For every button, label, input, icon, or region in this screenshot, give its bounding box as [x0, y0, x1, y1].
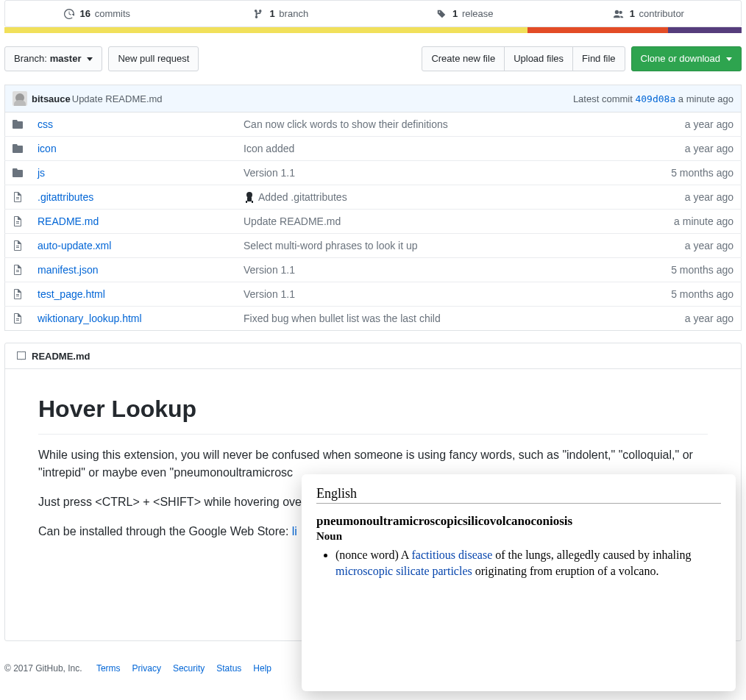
- tag-icon: [436, 9, 447, 19]
- footer-link-privacy[interactable]: Privacy: [132, 663, 161, 674]
- commit-author-link[interactable]: bitsauce: [32, 93, 71, 104]
- file-name-cell: manifest.json: [30, 258, 236, 282]
- readme-title: Hover Lookup: [38, 391, 708, 435]
- stat-commits[interactable]: 16 commits: [5, 1, 189, 26]
- language-segment: [668, 27, 742, 33]
- file-icon: [5, 258, 31, 282]
- commit-message-link[interactable]: Version 1.1: [244, 167, 295, 179]
- popup-def-text: (nonce word) A: [335, 549, 412, 561]
- commit-message-cell: Select multi-word phrases to look it up: [236, 234, 639, 258]
- upload-files-button[interactable]: Upload files: [504, 46, 573, 71]
- stat-branches[interactable]: 1 branch: [189, 1, 373, 26]
- branches-count: 1: [270, 8, 275, 19]
- file-age: a year ago: [639, 307, 742, 331]
- footer-link-terms[interactable]: Terms: [96, 663, 121, 674]
- latest-commit-label: Latest commit: [573, 93, 636, 104]
- stat-contributors[interactable]: 1 contributor: [557, 1, 741, 26]
- stat-releases[interactable]: 1 release: [373, 1, 557, 26]
- file-name-cell: auto-update.xml: [30, 234, 236, 258]
- latest-commit-banner: bitsauce Update README.md Latest commit …: [4, 85, 742, 112]
- branch-prefix: Branch:: [14, 51, 47, 66]
- readme-link[interactable]: li: [292, 525, 297, 538]
- folder-icon: [5, 137, 31, 161]
- author-avatar[interactable]: [13, 91, 27, 106]
- find-file-button[interactable]: Find file: [572, 46, 625, 71]
- commit-message-link[interactable]: Version 1.1: [244, 264, 295, 276]
- footer-copyright: © 2017 GitHub, Inc.: [4, 663, 82, 674]
- popup-def-link[interactable]: factitious disease: [412, 549, 493, 561]
- releases-count: 1: [452, 8, 458, 19]
- new-pull-request-button[interactable]: New pull request: [108, 46, 199, 71]
- commits-count: 16: [80, 8, 90, 19]
- commit-message-cell: Version 1.1: [236, 161, 639, 185]
- file-link[interactable]: manifest.json: [38, 264, 98, 276]
- language-segment: [4, 27, 527, 33]
- table-row: jsVersion 1.15 months ago: [5, 161, 742, 185]
- contributors-label: contributor: [639, 8, 684, 19]
- repo-toolbar: Branch: master New pull request Create n…: [4, 46, 742, 71]
- file-age: a year ago: [639, 137, 742, 161]
- commit-message-link[interactable]: Update README.md: [72, 93, 163, 104]
- popup-language-heading: English: [316, 486, 721, 504]
- commit-time: a minute ago: [675, 93, 733, 104]
- commit-message-link[interactable]: Added .gitattributes: [258, 191, 347, 203]
- commit-message-link[interactable]: Version 1.1: [244, 288, 295, 300]
- footer-link-security[interactable]: Security: [173, 663, 205, 674]
- file-name-cell: README.md: [30, 210, 236, 234]
- file-name-cell: test_page.html: [30, 282, 236, 307]
- file-link[interactable]: .gitattributes: [38, 191, 93, 203]
- popup-def-link[interactable]: microscopic silicate particles: [335, 565, 472, 577]
- commits-label: commits: [95, 8, 130, 19]
- file-name-cell: wiktionary_lookup.html: [30, 307, 236, 331]
- footer-link-help[interactable]: Help: [253, 663, 271, 674]
- popup-def-text: of the lungs, allegedly caused by inhali…: [492, 549, 691, 561]
- file-link[interactable]: README.md: [38, 215, 99, 227]
- file-link[interactable]: test_page.html: [38, 288, 105, 300]
- commit-message-link[interactable]: Select multi-word phrases to look it up: [244, 240, 418, 251]
- file-link[interactable]: icon: [38, 143, 57, 154]
- file-link[interactable]: css: [38, 118, 53, 130]
- file-icon: [5, 210, 31, 234]
- popup-part-of-speech: Noun: [316, 530, 721, 543]
- dictionary-popup: English pneumonoultramicroscopicsilicovo…: [302, 474, 736, 688]
- file-icon: [5, 307, 31, 331]
- file-name-cell: icon: [30, 137, 236, 161]
- commit-message-link[interactable]: Icon added: [244, 143, 294, 154]
- file-age: a year ago: [639, 113, 742, 137]
- table-row: manifest.jsonVersion 1.15 months ago: [5, 258, 742, 282]
- readme-filename: README.md: [32, 351, 90, 362]
- clone-download-button[interactable]: Clone or download: [631, 46, 742, 71]
- file-age: 5 months ago: [639, 161, 742, 185]
- branch-icon: [254, 9, 264, 19]
- footer-link-status[interactable]: Status: [216, 663, 241, 674]
- commit-message-cell: Fixed bug when bullet list was the last …: [236, 307, 639, 331]
- file-actions-group: Create new file Upload files Find file: [422, 46, 625, 71]
- history-icon: [64, 9, 74, 19]
- commit-message-link[interactable]: Update README.md: [244, 215, 341, 227]
- table-row: .gitattributesAdded .gitattributesa year…: [5, 185, 742, 210]
- language-segment: [527, 27, 667, 33]
- file-link[interactable]: js: [38, 167, 45, 179]
- chevron-down-icon: [726, 57, 732, 61]
- commit-message-link[interactable]: Can now click words to show their defini…: [244, 118, 448, 130]
- table-row: wiktionary_lookup.htmlFixed bug when bul…: [5, 307, 742, 331]
- table-row: auto-update.xmlSelect multi-word phrases…: [5, 234, 742, 258]
- commit-message-cell: Version 1.1: [236, 258, 639, 282]
- branch-select-button[interactable]: Branch: master: [4, 46, 102, 71]
- releases-label: release: [462, 8, 494, 19]
- popup-def-text: originating from eruption of a volcano.: [472, 565, 659, 577]
- file-age: 5 months ago: [639, 258, 742, 282]
- file-link[interactable]: wiktionary_lookup.html: [38, 312, 142, 324]
- commit-sha-link[interactable]: 409d08a: [635, 93, 675, 104]
- language-bar[interactable]: [4, 27, 742, 33]
- commit-message-link[interactable]: Fixed bug when bullet list was the last …: [244, 312, 441, 324]
- file-link[interactable]: auto-update.xml: [38, 240, 111, 251]
- commit-message-cell: Icon added: [236, 137, 639, 161]
- chevron-down-icon: [87, 57, 93, 61]
- commit-message-cell: Version 1.1: [236, 282, 639, 307]
- book-icon: [15, 350, 27, 362]
- popup-headword: pneumonoultramicroscopicsilicovolcanocon…: [316, 514, 721, 529]
- folder-icon: [5, 113, 31, 137]
- octocat-icon: [244, 191, 255, 203]
- create-new-file-button[interactable]: Create new file: [422, 46, 505, 71]
